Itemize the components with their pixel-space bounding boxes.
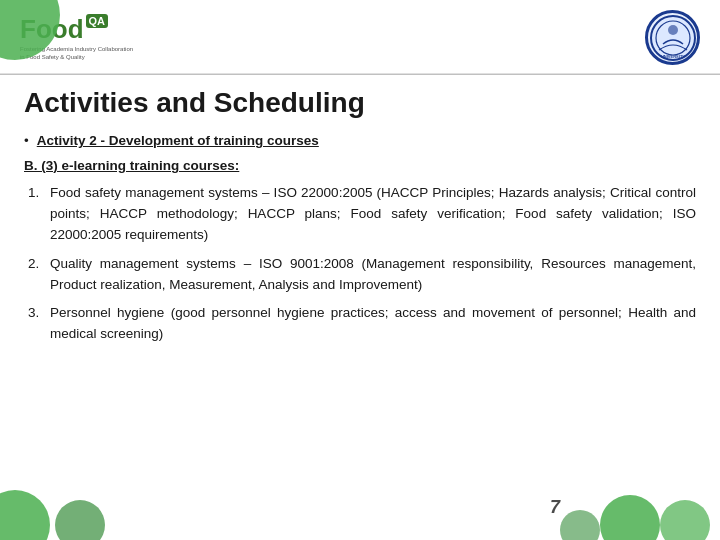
- activity-bullet: • Activity 2 - Development of training c…: [24, 131, 696, 152]
- emblem-svg: UNIVERSITY: [649, 14, 697, 62]
- decorative-circle-bottom-right-1: [600, 495, 660, 540]
- list-item-2: 2. Quality management systems – ISO 9001…: [28, 254, 696, 296]
- decorative-circle-bottom-left-1: [0, 490, 50, 540]
- numbered-list: 1. Food safety management systems – ISO …: [24, 183, 696, 345]
- list-item-1-num: 1.: [28, 183, 50, 204]
- slide-header: Food QA Fostering Academia Industry Coll…: [0, 0, 720, 74]
- slide-content: • Activity 2 - Development of training c…: [0, 127, 720, 363]
- list-item-3-text: Personnel hygiene (good personnel hygien…: [50, 303, 696, 345]
- page-number: 7: [550, 497, 560, 518]
- list-item-1-text: Food safety management systems – ISO 220…: [50, 183, 696, 246]
- qa-badge: QA: [86, 14, 109, 28]
- list-item-2-text: Quality management systems – ISO 9001:20…: [50, 254, 696, 296]
- decorative-circle-bottom-left-2: [55, 500, 105, 540]
- list-item-2-num: 2.: [28, 254, 50, 275]
- activity-label: Activity 2 - Development of training cou…: [37, 131, 319, 152]
- svg-point-2: [668, 25, 678, 35]
- decorative-circle-bottom-right-3: [560, 510, 600, 540]
- svg-text:UNIVERSITY: UNIVERSITY: [660, 54, 684, 59]
- decorative-circle-bottom-right-2: [660, 500, 710, 540]
- list-item-3-num: 3.: [28, 303, 50, 324]
- section-b-label: B. (3) e-learning training courses:: [24, 156, 696, 177]
- bullet-dot: •: [24, 131, 29, 152]
- list-item-3: 3. Personnel hygiene (good personnel hyg…: [28, 303, 696, 345]
- slide-title: Activities and Scheduling: [0, 75, 720, 127]
- slide: Food QA Fostering Academia Industry Coll…: [0, 0, 720, 540]
- emblem-logo: UNIVERSITY: [645, 10, 700, 65]
- list-item-1: 1. Food safety management systems – ISO …: [28, 183, 696, 246]
